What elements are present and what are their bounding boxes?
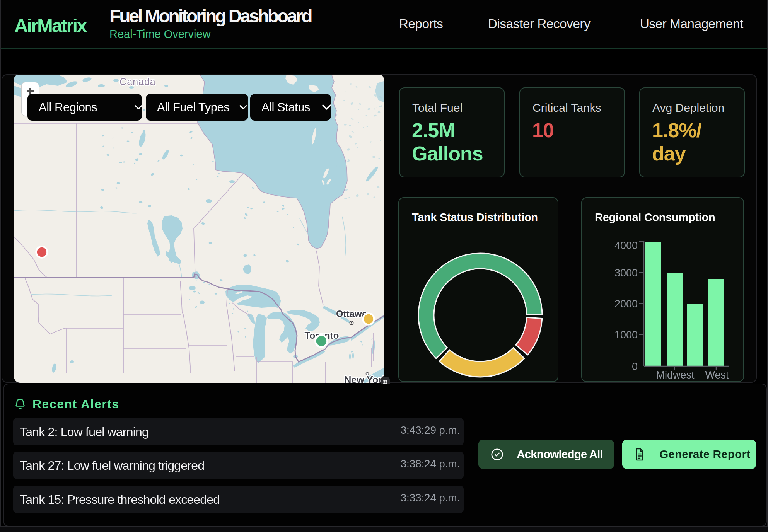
svg-text:4000: 4000 [614, 240, 638, 251]
svg-text:West: West [705, 369, 729, 381]
svg-text:0: 0 [632, 361, 638, 372]
svg-text:1000: 1000 [614, 329, 638, 341]
svg-text:2000: 2000 [614, 298, 638, 310]
svg-text:3000: 3000 [614, 267, 638, 279]
svg-text:Midwest: Midwest [656, 369, 695, 381]
